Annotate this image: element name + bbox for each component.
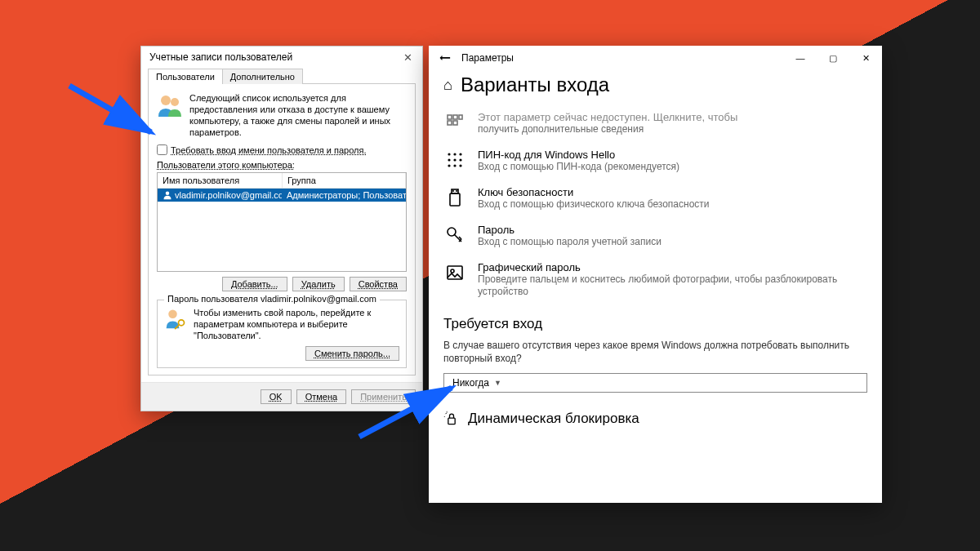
maximize-button[interactable]: ▢ <box>817 53 849 64</box>
option-desc: Вход с помощью ПИН-кода (рекомендуется) <box>478 161 679 173</box>
window-titlebar[interactable]: 🠔 Параметры — ▢ ✕ <box>429 46 882 70</box>
tab-panel-users: Следующий список используется для предос… <box>148 83 416 375</box>
password-text: Чтобы изменить свой пароль, перейдите к … <box>194 307 399 341</box>
option-desc: Вход с помощью физического ключа безопас… <box>478 198 710 211</box>
svg-point-17 <box>453 164 456 167</box>
svg-point-16 <box>448 164 450 167</box>
column-username[interactable]: Имя пользователя <box>158 173 283 188</box>
usb-icon <box>443 186 466 209</box>
intro-text: Следующий список используется для предос… <box>189 92 407 138</box>
option-picture-password[interactable]: Графический пароль Проведите пальцем и к… <box>443 255 867 304</box>
dynamic-lock-section: Динамическая блокировка <box>429 393 882 427</box>
option-title: Пароль <box>478 224 662 236</box>
require-credentials-checkbox[interactable]: Требовать ввод имени пользователя и паро… <box>157 144 407 155</box>
option-pin[interactable]: ПИН-код для Windows Hello Вход с помощью… <box>443 142 867 180</box>
svg-rect-8 <box>448 121 452 125</box>
svg-rect-6 <box>453 115 457 119</box>
cancel-button[interactable]: Отмена <box>296 389 346 404</box>
svg-point-25 <box>451 269 454 273</box>
svg-point-18 <box>459 164 461 167</box>
key-icon <box>443 224 466 247</box>
svg-point-3 <box>168 310 177 319</box>
chevron-down-icon: ▼ <box>494 379 501 387</box>
dialog-footer: OK Отмена Применить <box>141 382 422 411</box>
svg-point-15 <box>459 158 461 161</box>
user-accounts-dialog: Учетные записи пользователей ✕ Пользоват… <box>140 46 423 411</box>
require-signin-text: В случае вашего отсутствия через какое в… <box>429 335 882 373</box>
dynamic-lock-header: Динамическая блокировка <box>468 411 639 427</box>
dialog-titlebar[interactable]: Учетные записи пользователей ✕ <box>141 47 422 68</box>
option-title: Этот параметр сейчас недоступен. Щелкнит… <box>478 111 737 123</box>
signin-options: Этот параметр сейчас недоступен. Щелкнит… <box>429 104 882 304</box>
svg-point-0 <box>161 96 171 105</box>
svg-point-12 <box>459 153 461 155</box>
option-title: Графический пароль <box>478 261 867 273</box>
page-title: Варианты входа <box>461 73 609 96</box>
home-icon: ⌂ <box>443 77 452 94</box>
user-key-icon <box>164 307 187 330</box>
option-title: Ключ безопасности <box>478 186 710 198</box>
require-credentials-input[interactable] <box>157 144 167 155</box>
require-credentials-label: Требовать ввод имени пользователя и паро… <box>171 145 366 155</box>
svg-point-10 <box>448 153 450 155</box>
option-security-key[interactable]: Ключ безопасности Вход с помощью физичес… <box>443 180 867 217</box>
option-desc: получить дополнительные сведения <box>478 123 737 136</box>
users-grid[interactable]: Имя пользователя Группа vladimir.polniko… <box>157 172 407 272</box>
keypad-icon <box>443 149 466 171</box>
option-password[interactable]: Пароль Вход с помощью пароля учетной зап… <box>443 217 867 255</box>
svg-point-1 <box>171 98 179 106</box>
table-row[interactable]: vladimir.polnikov@gmail.com Администрато… <box>158 189 406 202</box>
svg-rect-26 <box>448 418 455 424</box>
props-button[interactable]: Свойства <box>350 277 407 291</box>
close-button[interactable]: ✕ <box>849 53 882 64</box>
page-header: ⌂ Варианты входа <box>429 70 882 104</box>
svg-point-2 <box>166 192 170 196</box>
svg-rect-9 <box>453 121 457 125</box>
password-legend: Пароль пользователя vladimir.polnikov@gm… <box>164 294 380 304</box>
option-desc: Вход с помощью пароля учетной записи <box>478 236 662 248</box>
column-group[interactable]: Группа <box>283 173 406 188</box>
option-desc: Проведите пальцем и коснитесь любимой фо… <box>478 273 867 298</box>
tab-users[interactable]: Пользователи <box>148 69 223 84</box>
svg-point-13 <box>448 158 450 161</box>
intro-row: Следующий список используется для предос… <box>157 92 407 138</box>
picture-icon <box>443 261 466 284</box>
tab-advanced[interactable]: Дополнительно <box>222 69 303 84</box>
dialog-title: Учетные записи пользователей <box>149 51 399 63</box>
svg-line-27 <box>69 86 151 132</box>
grid-buttons: Добавить... Удалить Свойства <box>157 277 407 291</box>
svg-rect-5 <box>448 115 452 119</box>
svg-rect-7 <box>459 115 462 119</box>
back-button[interactable]: 🠔 <box>429 51 461 64</box>
user-icon <box>163 190 172 200</box>
cell-username: vladimir.polnikov@gmail.com <box>175 190 282 200</box>
dynamic-lock-icon <box>443 411 460 427</box>
option-unavailable[interactable]: Этот параметр сейчас недоступен. Щелкнит… <box>443 104 867 142</box>
ok-button[interactable]: OK <box>261 389 292 404</box>
require-signin-header: Требуется вход <box>429 304 882 335</box>
require-signin-dropdown[interactable]: Никогда ▼ <box>443 373 867 393</box>
dropdown-value: Никогда <box>452 377 489 389</box>
users-icon <box>157 92 183 118</box>
svg-point-11 <box>453 153 456 155</box>
grid-header: Имя пользователя Группа <box>158 173 406 189</box>
remove-button[interactable]: Удалить <box>292 277 345 291</box>
minimize-button[interactable]: — <box>784 53 817 64</box>
cell-group: Администраторы; Пользоват... <box>282 189 406 202</box>
dialog-tabs: Пользователи Дополнительно <box>141 68 422 83</box>
svg-point-14 <box>453 158 456 161</box>
add-button[interactable]: Добавить... <box>222 277 287 291</box>
svg-point-4 <box>179 320 185 326</box>
option-title: ПИН-код для Windows Hello <box>478 149 679 161</box>
svg-rect-20 <box>450 193 460 206</box>
apply-button[interactable]: Применить <box>351 389 416 404</box>
password-groupbox: Пароль пользователя vladimir.polnikov@gm… <box>157 300 407 368</box>
change-password-button[interactable]: Сменить пароль... <box>305 346 399 361</box>
grid-icon <box>443 111 466 134</box>
users-list-label: Пользователи этого компьютера: <box>157 160 407 170</box>
close-icon[interactable]: ✕ <box>399 50 417 65</box>
window-title: Параметры <box>461 52 784 64</box>
settings-window: 🠔 Параметры — ▢ ✕ ⌂ Варианты входа Этот … <box>429 46 882 503</box>
window-controls: — ▢ ✕ <box>784 53 882 64</box>
